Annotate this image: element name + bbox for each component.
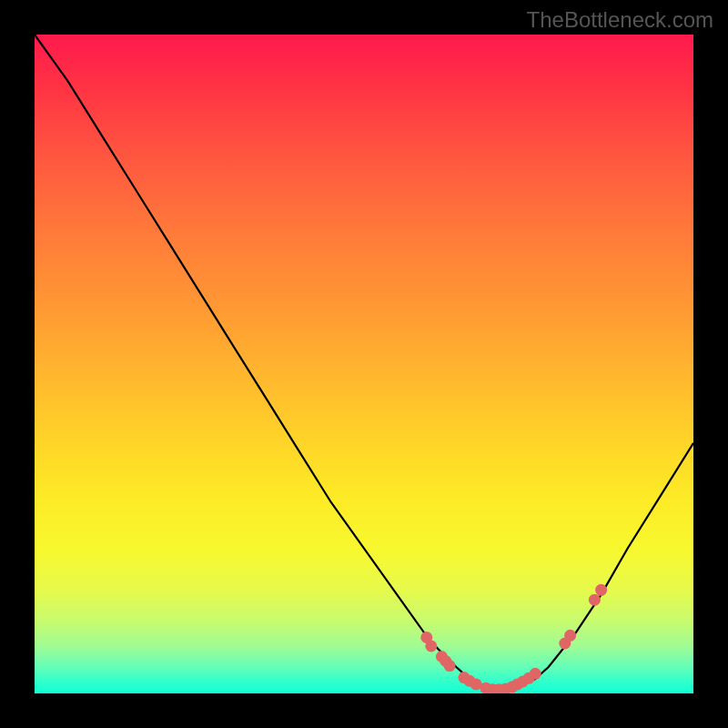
chart-svg (35, 35, 693, 693)
bottleneck-curve-line (35, 35, 693, 690)
curve-marker (564, 630, 576, 642)
curve-marker (425, 640, 437, 652)
watermark-text: TheBottleneck.com (527, 7, 713, 33)
curve-marker (530, 668, 541, 680)
chart-plot-area (35, 35, 693, 693)
curve-marker (589, 594, 601, 606)
curve-marker (595, 584, 607, 596)
curve-markers (420, 584, 607, 693)
curve-marker (444, 660, 456, 672)
